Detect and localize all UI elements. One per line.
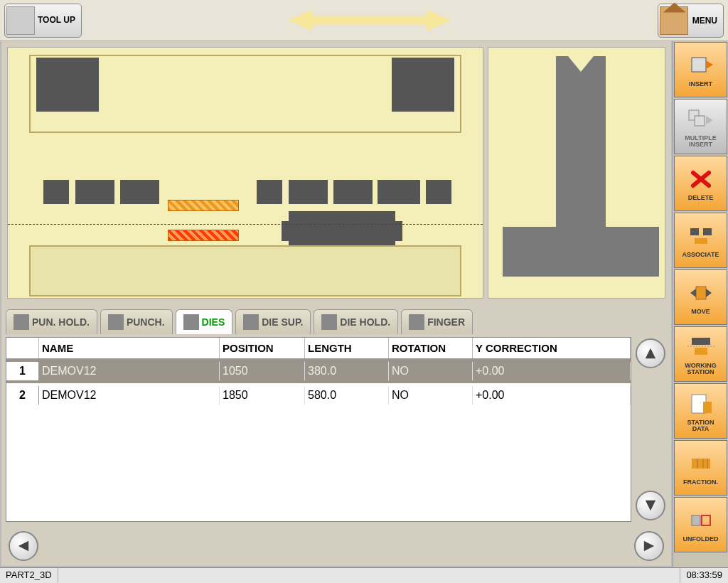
cell-ycorrection: +0.00 <box>473 386 631 405</box>
insert-icon <box>686 51 716 80</box>
table-row[interactable]: 1DEMOV121050380.0NO+0.00 <box>6 359 631 383</box>
grid-header-length: LENGTH <box>305 338 389 358</box>
triangle-up-icon <box>644 347 657 360</box>
status-spacer <box>58 568 681 583</box>
svg-rect-14 <box>696 287 706 299</box>
sidebar-move-button[interactable]: MOVE <box>674 269 727 325</box>
nav-left-button[interactable] <box>9 531 38 561</box>
cell-rotation: NO <box>389 362 473 380</box>
sidebar-label: STATIONDATA <box>685 419 715 433</box>
svg-marker-5 <box>706 60 713 69</box>
cell-length: 580.0 <box>305 386 389 405</box>
sidebar-label: MULTIPLEINSERT <box>683 135 717 149</box>
svg-rect-4 <box>692 58 706 72</box>
tool-up-label: TOOL UP <box>38 15 75 25</box>
horizontal-scroll-indicator-icon <box>288 10 451 31</box>
scroll-down-button[interactable] <box>636 491 665 520</box>
svg-marker-3 <box>644 541 654 551</box>
home-icon <box>660 6 688 35</box>
svg-rect-12 <box>703 228 712 235</box>
sidebar-multiple-insert-button[interactable]: MULTIPLEINSERT <box>674 99 727 154</box>
sidebar-fraction-button[interactable]: FRACTION. <box>674 440 727 496</box>
svg-rect-17 <box>692 338 710 345</box>
tab-icon <box>243 314 259 330</box>
tab-pun-hold[interactable]: PUN. HOLD. <box>6 309 97 334</box>
cell-position: 1050 <box>220 362 305 380</box>
tab-finger[interactable]: FINGER <box>401 309 473 334</box>
grid-header: NAME POSITION LENGTH ROTATION Y CORRECTI… <box>6 338 631 359</box>
grid-header-position: POSITION <box>220 338 305 358</box>
table-row[interactable]: 2DEMOV121850580.0NO+0.00 <box>6 383 631 407</box>
tab-icon <box>108 314 124 330</box>
diagram-area <box>1 41 671 304</box>
die-profile-view[interactable] <box>488 47 665 299</box>
tab-die-hold[interactable]: DIE HOLD. <box>314 309 398 334</box>
tab-label: PUN. HOLD. <box>32 316 90 328</box>
sidebar-station-data-button[interactable]: STATIONDATA <box>674 383 727 439</box>
row-index: 2 <box>6 386 39 405</box>
menu-button[interactable]: MENU <box>658 4 724 38</box>
svg-marker-0 <box>646 348 655 358</box>
multiple-insert-icon <box>686 105 716 134</box>
cell-rotation: NO <box>389 386 473 405</box>
sidebar-label: MOVE <box>690 309 712 315</box>
sidebar-associate-button[interactable]: ASSOCIATE <box>674 213 727 268</box>
cell-ycorrection: +0.00 <box>473 362 631 380</box>
tab-punch[interactable]: PUNCH. <box>100 309 173 334</box>
cell-length: 380.0 <box>305 362 389 380</box>
svg-rect-13 <box>695 238 707 244</box>
die-grid: NAME POSITION LENGTH ROTATION Y CORRECTI… <box>6 337 631 522</box>
svg-rect-27 <box>702 515 710 525</box>
sidebar-label: DELETE <box>687 195 715 201</box>
svg-marker-16 <box>706 289 712 297</box>
sidebar-unfolded-button[interactable]: UNFOLDED <box>674 497 727 552</box>
tab-die-sup[interactable]: DIE SUP. <box>235 309 311 334</box>
svg-marker-8 <box>706 116 713 124</box>
sidebar-delete-button[interactable]: DELETE <box>674 156 727 211</box>
tab-icon <box>409 314 424 330</box>
tab-icon <box>321 314 337 330</box>
sidebar-label: UNFOLDED <box>682 536 720 542</box>
tool-up-button[interactable]: TOOL UP <box>4 4 82 38</box>
associate-icon <box>686 222 716 250</box>
tool-up-icon <box>6 6 35 35</box>
tab-label: PUNCH. <box>127 316 165 328</box>
status-program: PART2_3D <box>0 568 58 583</box>
svg-marker-1 <box>646 501 655 510</box>
fraction-icon <box>686 449 716 478</box>
sidebar-insert-button[interactable]: INSERT <box>674 42 727 97</box>
working-station-icon <box>686 333 716 361</box>
svg-rect-7 <box>695 116 705 126</box>
grid-header-name: NAME <box>39 338 220 358</box>
cell-position: 1850 <box>220 386 305 405</box>
grid-header-ycorrection: Y CORRECTION <box>473 338 631 358</box>
row-index: 1 <box>6 362 39 380</box>
triangle-right-icon <box>643 540 655 552</box>
nav-right-button[interactable] <box>634 531 664 561</box>
cell-name: DEMOV12 <box>39 362 220 380</box>
tab-label: DIE SUP. <box>262 316 303 328</box>
delete-icon <box>686 165 716 193</box>
triangle-down-icon <box>644 499 657 512</box>
sidebar-working-station-button[interactable]: WORKINGSTATION <box>674 326 727 382</box>
status-time: 08:33:59 <box>680 568 728 583</box>
menu-label: MENU <box>692 16 717 26</box>
sidebar-label: WORKINGSTATION <box>683 363 718 376</box>
scroll-up-button[interactable] <box>636 338 665 368</box>
unfolded-icon <box>686 506 716 535</box>
tab-dies[interactable]: DIES <box>176 309 233 334</box>
station-data-icon <box>686 390 716 418</box>
tab-icon <box>183 314 199 330</box>
sidebar-label: INSERT <box>687 81 714 87</box>
sidebar-label: FRACTION. <box>682 479 719 486</box>
sidebar-label: ASSOCIATE <box>681 252 721 258</box>
svg-rect-21 <box>703 402 712 413</box>
press-brake-view[interactable] <box>7 47 483 299</box>
triangle-left-icon <box>17 540 30 552</box>
svg-rect-26 <box>692 515 700 525</box>
grid-header-rotation: ROTATION <box>389 338 473 358</box>
svg-rect-18 <box>695 348 707 355</box>
move-icon <box>686 279 716 307</box>
tab-label: DIES <box>202 316 225 328</box>
tab-label: DIE HOLD. <box>340 316 390 328</box>
